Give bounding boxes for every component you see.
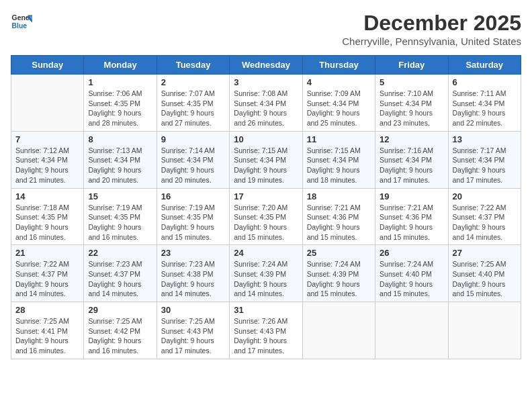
sunrise-text: Sunrise: 7:13 AM	[88, 146, 142, 154]
day-info: Sunrise: 7:15 AM Sunset: 4:34 PM Dayligh…	[234, 146, 298, 185]
day-info: Sunrise: 7:24 AM Sunset: 4:39 PM Dayligh…	[307, 259, 371, 299]
day-number: 20	[453, 191, 517, 201]
daylight-text: Daylight: 9 hours and 14 minutes.	[234, 280, 287, 298]
calendar-day-cell: 21 Sunrise: 7:22 AM Sunset: 4:37 PM Dayl…	[11, 245, 84, 302]
sunset-text: Sunset: 4:34 PM	[15, 156, 68, 164]
calendar-week-row: 21 Sunrise: 7:22 AM Sunset: 4:37 PM Dayl…	[11, 245, 521, 302]
calendar-day-cell: 15 Sunrise: 7:19 AM Sunset: 4:35 PM Dayl…	[84, 188, 157, 245]
daylight-text: Daylight: 9 hours and 14 minutes.	[15, 280, 69, 298]
daylight-text: Daylight: 9 hours and 15 minutes.	[307, 280, 360, 298]
sunrise-text: Sunrise: 7:24 AM	[307, 260, 361, 268]
day-number: 25	[307, 248, 371, 258]
sunset-text: Sunset: 4:40 PM	[380, 270, 432, 278]
sunset-text: Sunset: 4:40 PM	[453, 270, 505, 278]
day-info: Sunrise: 7:06 AM Sunset: 4:35 PM Dayligh…	[88, 89, 152, 128]
sunrise-text: Sunrise: 7:16 AM	[380, 146, 433, 154]
day-info: Sunrise: 7:21 AM Sunset: 4:36 PM Dayligh…	[380, 203, 443, 242]
day-info: Sunrise: 7:21 AM Sunset: 4:36 PM Dayligh…	[307, 203, 371, 242]
sunset-text: Sunset: 4:34 PM	[380, 156, 432, 164]
calendar-table: SundayMondayTuesdayWednesdayThursdayFrid…	[11, 55, 521, 359]
day-number: 31	[234, 305, 298, 315]
day-number: 24	[234, 248, 298, 258]
day-info: Sunrise: 7:23 AM Sunset: 4:37 PM Dayligh…	[88, 259, 152, 299]
sunset-text: Sunset: 4:35 PM	[15, 213, 68, 221]
sunrise-text: Sunrise: 7:24 AM	[380, 260, 433, 268]
calendar-day-cell: 19 Sunrise: 7:21 AM Sunset: 4:36 PM Dayl…	[375, 188, 448, 245]
sunset-text: Sunset: 4:34 PM	[380, 99, 432, 107]
weekday-header: Monday	[84, 56, 157, 75]
day-info: Sunrise: 7:16 AM Sunset: 4:34 PM Dayligh…	[380, 146, 443, 185]
day-number: 30	[161, 305, 225, 315]
calendar-day-cell: 31 Sunrise: 7:26 AM Sunset: 4:43 PM Dayl…	[230, 302, 302, 359]
day-number: 26	[380, 248, 443, 258]
day-number: 22	[88, 248, 152, 258]
calendar-week-row: 7 Sunrise: 7:12 AM Sunset: 4:34 PM Dayli…	[11, 131, 521, 188]
calendar-day-cell: 12 Sunrise: 7:16 AM Sunset: 4:34 PM Dayl…	[375, 131, 448, 188]
daylight-text: Daylight: 9 hours and 23 minutes.	[380, 109, 433, 127]
calendar-day-cell: 7 Sunrise: 7:12 AM Sunset: 4:34 PM Dayli…	[11, 131, 84, 188]
daylight-text: Daylight: 9 hours and 16 minutes.	[88, 223, 141, 241]
day-info: Sunrise: 7:23 AM Sunset: 4:38 PM Dayligh…	[161, 259, 225, 299]
logo: General Blue	[11, 11, 32, 32]
sunrise-text: Sunrise: 7:25 AM	[88, 317, 142, 325]
sunset-text: Sunset: 4:35 PM	[88, 213, 140, 221]
sunset-text: Sunset: 4:34 PM	[453, 156, 505, 164]
sunset-text: Sunset: 4:35 PM	[161, 99, 214, 107]
day-info: Sunrise: 7:22 AM Sunset: 4:37 PM Dayligh…	[15, 259, 79, 299]
sunset-text: Sunset: 4:34 PM	[307, 156, 359, 164]
weekday-header: Wednesday	[230, 56, 302, 75]
sunset-text: Sunset: 4:38 PM	[161, 270, 214, 278]
day-number: 8	[88, 134, 152, 144]
day-info: Sunrise: 7:07 AM Sunset: 4:35 PM Dayligh…	[161, 89, 225, 128]
daylight-text: Daylight: 9 hours and 26 minutes.	[234, 109, 287, 127]
sunrise-text: Sunrise: 7:26 AM	[234, 317, 287, 325]
calendar-day-cell: 17 Sunrise: 7:20 AM Sunset: 4:35 PM Dayl…	[230, 188, 302, 245]
sunset-text: Sunset: 4:39 PM	[234, 270, 286, 278]
day-info: Sunrise: 7:22 AM Sunset: 4:37 PM Dayligh…	[453, 203, 517, 242]
calendar-week-row: 1 Sunrise: 7:06 AM Sunset: 4:35 PM Dayli…	[11, 75, 521, 132]
day-info: Sunrise: 7:19 AM Sunset: 4:35 PM Dayligh…	[161, 203, 225, 242]
daylight-text: Daylight: 9 hours and 15 minutes.	[380, 280, 433, 298]
day-number: 1	[88, 77, 152, 87]
day-info: Sunrise: 7:11 AM Sunset: 4:34 PM Dayligh…	[453, 89, 517, 128]
daylight-text: Daylight: 9 hours and 16 minutes.	[88, 336, 141, 355]
daylight-text: Daylight: 9 hours and 15 minutes.	[234, 223, 287, 241]
sunrise-text: Sunrise: 7:19 AM	[88, 203, 142, 212]
day-number: 17	[234, 191, 298, 201]
day-number: 7	[15, 134, 79, 144]
calendar-week-row: 28 Sunrise: 7:25 AM Sunset: 4:41 PM Dayl…	[11, 302, 521, 359]
calendar-day-cell: 14 Sunrise: 7:18 AM Sunset: 4:35 PM Dayl…	[11, 188, 84, 245]
sunset-text: Sunset: 4:34 PM	[161, 156, 214, 164]
calendar-day-cell: 16 Sunrise: 7:19 AM Sunset: 4:35 PM Dayl…	[157, 188, 229, 245]
day-info: Sunrise: 7:09 AM Sunset: 4:34 PM Dayligh…	[307, 89, 371, 128]
day-number: 21	[15, 248, 79, 258]
sunset-text: Sunset: 4:34 PM	[307, 99, 359, 107]
day-number: 14	[15, 191, 79, 201]
sunset-text: Sunset: 4:34 PM	[88, 156, 140, 164]
day-number: 10	[234, 134, 298, 144]
day-number: 5	[380, 77, 443, 87]
sunrise-text: Sunrise: 7:21 AM	[307, 203, 361, 212]
sunset-text: Sunset: 4:41 PM	[15, 327, 68, 335]
logo-icon: General Blue	[11, 11, 32, 32]
sunrise-text: Sunrise: 7:08 AM	[234, 89, 287, 97]
weekday-header: Sunday	[11, 56, 84, 75]
day-info: Sunrise: 7:15 AM Sunset: 4:34 PM Dayligh…	[307, 146, 371, 185]
sunset-text: Sunset: 4:43 PM	[161, 327, 214, 335]
svg-text:Blue: Blue	[12, 22, 28, 30]
day-info: Sunrise: 7:13 AM Sunset: 4:34 PM Dayligh…	[88, 146, 152, 185]
calendar-day-cell	[375, 302, 448, 359]
sunrise-text: Sunrise: 7:10 AM	[380, 89, 433, 97]
day-number: 12	[380, 134, 443, 144]
sunset-text: Sunset: 4:37 PM	[453, 213, 505, 221]
day-number: 28	[15, 305, 79, 315]
sunset-text: Sunset: 4:36 PM	[380, 213, 432, 221]
calendar-day-cell: 1 Sunrise: 7:06 AM Sunset: 4:35 PM Dayli…	[84, 75, 157, 132]
day-number: 9	[161, 134, 225, 144]
daylight-text: Daylight: 9 hours and 16 minutes.	[15, 336, 69, 355]
sunrise-text: Sunrise: 7:23 AM	[88, 260, 142, 268]
day-info: Sunrise: 7:19 AM Sunset: 4:35 PM Dayligh…	[88, 203, 152, 242]
calendar-day-cell	[11, 75, 84, 132]
sunrise-text: Sunrise: 7:18 AM	[15, 203, 69, 212]
daylight-text: Daylight: 9 hours and 14 minutes.	[88, 280, 141, 298]
